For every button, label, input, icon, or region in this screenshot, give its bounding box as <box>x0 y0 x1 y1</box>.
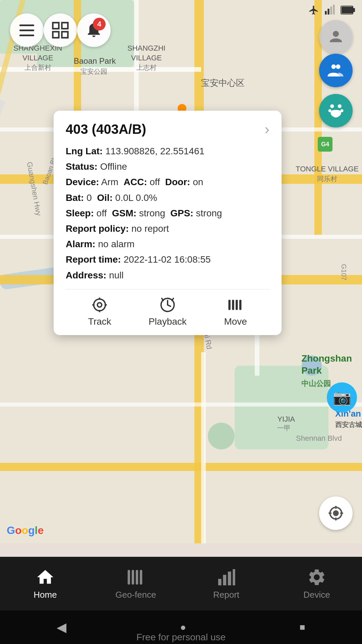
shennan-blvd-label: Shennan Blvd <box>296 434 342 443</box>
location-icon <box>327 504 345 522</box>
svg-rect-39 <box>218 579 222 585</box>
gps-value: strong <box>196 208 222 218</box>
status-bar <box>0 0 362 20</box>
report-icon <box>217 568 236 587</box>
bat-value: 0 <box>86 193 92 203</box>
road-shield-g4: G4 <box>318 137 333 152</box>
nav-item-home[interactable]: Home <box>12 568 79 600</box>
recents-button[interactable]: ■ <box>300 622 305 633</box>
report-label: Report <box>213 590 239 600</box>
svg-point-18 <box>94 299 106 311</box>
gps-label: GPS: <box>170 208 193 218</box>
track-icon <box>91 296 108 314</box>
road-g107-label: G107 <box>340 264 348 280</box>
home-label: Home <box>34 590 57 600</box>
expand-icon <box>51 21 69 39</box>
map-label-zh: 宝安公园 <box>80 67 107 76</box>
home-button[interactable]: ● <box>180 622 186 633</box>
system-nav-bar: ◀ ● ■ <box>0 610 362 644</box>
playback-icon <box>159 296 176 314</box>
google-g2: g <box>28 524 35 536</box>
google-logo: Google <box>7 524 44 537</box>
bat-label: Bat: <box>66 193 84 203</box>
google-e: e <box>38 524 44 536</box>
svg-rect-3 <box>333 5 335 14</box>
move-label: Move <box>224 316 247 327</box>
popup-divider <box>66 289 269 289</box>
nav-item-geofence[interactable]: Geo-fence <box>102 568 169 600</box>
move-button[interactable]: Move <box>216 296 256 327</box>
avatar-icon <box>327 28 345 46</box>
nav-item-device[interactable]: Device <box>283 568 350 600</box>
status-value: Offline <box>100 161 127 172</box>
svg-point-13 <box>336 64 341 69</box>
lng-lat-value: 113.908826, 22.551461 <box>105 146 204 156</box>
popup-arrow-button[interactable]: › <box>264 121 269 138</box>
nav-item-report[interactable]: Report <box>193 568 260 600</box>
oil-value: 0.0L 0.0% <box>115 193 157 203</box>
svg-rect-38 <box>140 570 142 585</box>
popup-info: Lng Lat: 113.908826, 22.551461 Status: O… <box>66 144 269 283</box>
svg-rect-10 <box>62 32 68 38</box>
svg-rect-25 <box>228 300 231 310</box>
airplane-icon <box>308 5 319 15</box>
svg-point-12 <box>331 64 336 69</box>
report-time-value: 2022-11-02 16:08:55 <box>124 254 211 265</box>
svg-rect-1 <box>327 9 329 14</box>
battery-icon <box>341 5 355 15</box>
gsm-value: strong <box>139 208 165 218</box>
svg-rect-6 <box>342 7 353 13</box>
shanghexin-label: SHANGHEXINVILLAGE上合新村 <box>13 44 62 72</box>
location-button[interactable] <box>319 496 353 530</box>
people-icon <box>327 61 345 79</box>
address-label: Address: <box>66 270 106 280</box>
svg-rect-37 <box>136 570 138 585</box>
svg-point-23 <box>98 303 102 307</box>
gsm-label: GSM: <box>112 208 136 218</box>
signal-icon <box>324 5 336 15</box>
svg-rect-26 <box>232 300 234 310</box>
report-time-label: Report time: <box>66 254 121 265</box>
back-button[interactable]: ◀ <box>57 620 66 635</box>
map-road-label: Baoan Park <box>74 56 116 66</box>
lng-lat-label: Lng Lat: <box>66 146 103 156</box>
acc-label: ACC: <box>124 177 147 187</box>
door-value: on <box>193 177 203 187</box>
svg-rect-27 <box>236 300 238 310</box>
track-button[interactable]: Track <box>79 296 120 327</box>
svg-rect-8 <box>62 23 68 29</box>
playback-label: Playback <box>148 316 187 327</box>
acc-value: off <box>150 177 160 187</box>
alarm-value: no alarm <box>98 239 134 249</box>
sleep-label: Sleep: <box>66 208 94 218</box>
svg-rect-0 <box>325 11 326 15</box>
svg-point-30 <box>334 511 338 516</box>
svg-rect-2 <box>330 6 332 14</box>
playback-button[interactable]: Playback <box>147 296 188 327</box>
svg-rect-40 <box>223 575 226 585</box>
svg-rect-28 <box>239 300 241 310</box>
home-icon <box>36 568 55 587</box>
move-icon <box>227 296 244 314</box>
door-label: Door: <box>165 177 190 187</box>
svg-rect-5 <box>353 8 355 12</box>
google-g: G <box>7 524 15 536</box>
google-o1: o <box>15 524 22 536</box>
tongle-label: TONGLE VILLAGE同乐村 <box>296 164 359 183</box>
svg-point-15 <box>338 104 342 108</box>
svg-point-11 <box>333 31 339 37</box>
shangzhi-label: SHANGZHIVILLAGE上志村 <box>127 44 166 72</box>
baoan-center-label: 宝安中心区 <box>201 77 245 89</box>
device-label: Device: <box>66 177 99 187</box>
device-label: Device <box>303 590 330 600</box>
paw-fab-button[interactable] <box>319 94 353 127</box>
google-o2: o <box>21 524 28 536</box>
geofence-label: Geo-fence <box>115 590 156 600</box>
people-fab-button[interactable] <box>319 54 353 87</box>
paw-icon <box>327 102 345 120</box>
device-icon <box>307 568 326 587</box>
avatar-button[interactable] <box>319 20 353 54</box>
alarm-label: Alarm: <box>66 239 96 249</box>
geofence-icon <box>126 568 145 587</box>
svg-rect-35 <box>128 570 130 585</box>
